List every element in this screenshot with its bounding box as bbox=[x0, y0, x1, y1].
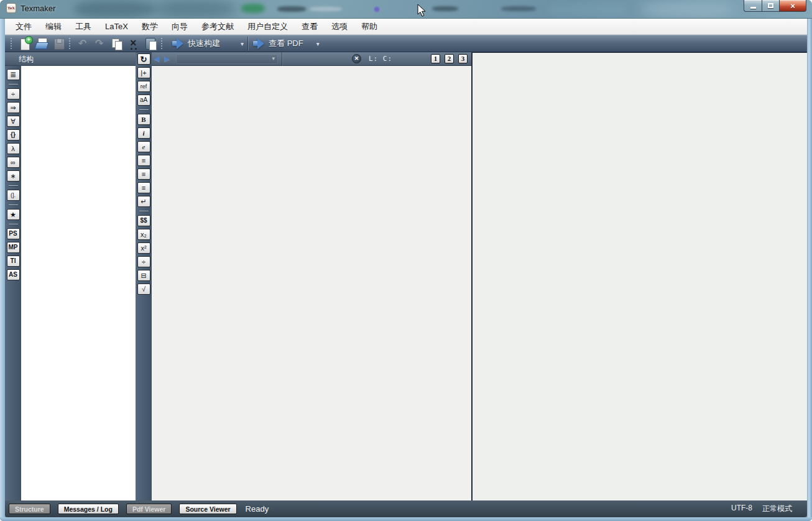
statusbar: StructureMessages / LogPdf ViewerSource … bbox=[5, 500, 807, 517]
bold-icon[interactable]: B bbox=[137, 114, 150, 125]
forall-symbols-icon[interactable]: ∀ bbox=[7, 116, 20, 127]
menu-item-0[interactable]: 文件 bbox=[9, 19, 39, 34]
app-icon[interactable]: TeX bbox=[6, 3, 16, 13]
structure-panel-header: 结构 bbox=[5, 52, 136, 66]
frac-icon[interactable]: ÷ bbox=[137, 256, 150, 267]
menu-item-1[interactable]: 编辑 bbox=[39, 19, 68, 34]
menu-item-3[interactable]: LaTeX bbox=[98, 19, 135, 34]
cut-button[interactable] bbox=[126, 36, 142, 52]
delimiters-icon[interactable]: (]. bbox=[7, 190, 20, 201]
structure-list-icon[interactable]: ≣ bbox=[7, 69, 20, 80]
editor-navbar: ◀ ▶ ▾ ✕ L: C: 123 bbox=[152, 52, 471, 66]
pdf-viewer-toggle-button[interactable]: Pdf Viewer bbox=[126, 504, 172, 514]
paste-button[interactable] bbox=[142, 36, 159, 52]
quick-build-button[interactable]: 快速构建 ▾ bbox=[172, 35, 244, 52]
toolbar-separator bbox=[9, 84, 18, 85]
structure-tree[interactable] bbox=[21, 66, 136, 500]
next-document-button[interactable]: ▶ bbox=[162, 55, 172, 63]
chevron-down-icon[interactable]: ▾ bbox=[316, 40, 320, 47]
superscript-icon[interactable]: x² bbox=[137, 242, 150, 254]
asymptote-tab-icon[interactable]: AS bbox=[7, 269, 20, 280]
source-viewer-toggle-button[interactable]: Source Viewer bbox=[179, 504, 236, 514]
window-border-bottom[interactable] bbox=[0, 517, 812, 521]
mode-indicator: 正常模式 bbox=[762, 504, 792, 514]
asterisk-symbols-icon[interactable]: ∗ bbox=[7, 170, 20, 182]
new-file-button[interactable] bbox=[17, 36, 34, 52]
window-border-left[interactable] bbox=[0, 19, 5, 517]
glass-reflection bbox=[432, 6, 458, 11]
menu-item-10[interactable]: 帮助 bbox=[354, 19, 384, 34]
braces-symbols-icon[interactable]: {} bbox=[7, 129, 20, 141]
tag-button-3[interactable]: 3 bbox=[458, 54, 468, 63]
menu-item-9[interactable]: 选项 bbox=[325, 19, 354, 34]
minimize-icon bbox=[750, 7, 756, 9]
subscript-icon[interactable]: x₂ bbox=[137, 229, 150, 240]
structure-toggle-button[interactable]: Structure bbox=[9, 504, 50, 514]
save-file-button[interactable] bbox=[50, 36, 67, 52]
arrow-symbols-icon[interactable]: ⇒ bbox=[7, 102, 20, 113]
divide-symbols-icon[interactable]: ÷ bbox=[7, 88, 20, 99]
main-area: 结构 ≣÷⇒∀{}λ∞∗(].★PSMPTIAS ↻ |+refaABie≡≡≡… bbox=[5, 52, 807, 500]
menu-item-2[interactable]: 工具 bbox=[68, 19, 98, 34]
undo-button[interactable] bbox=[75, 36, 92, 52]
toolbar-separator bbox=[247, 37, 248, 50]
toolbar-grip bbox=[69, 38, 73, 49]
window-border-right[interactable] bbox=[807, 19, 812, 517]
toolbar-grip bbox=[11, 38, 15, 49]
tikz-tab-icon[interactable]: TI bbox=[7, 256, 20, 267]
encoding-indicator: UTF-8 bbox=[731, 504, 752, 514]
toolbar: 快速构建 ▾ 查看 PDF ▾ bbox=[5, 35, 807, 52]
glass-reflection bbox=[501, 6, 536, 11]
tag-button-1[interactable]: 1 bbox=[431, 54, 440, 63]
open-files-dropdown[interactable]: ▾ bbox=[176, 54, 278, 64]
glass-reflection bbox=[75, 1, 155, 17]
pdf-viewer-pane[interactable] bbox=[473, 52, 807, 500]
close-button[interactable]: × bbox=[780, 0, 806, 12]
editor-area[interactable] bbox=[152, 66, 471, 500]
editor-pane: ◀ ▶ ▾ ✕ L: C: 123 bbox=[152, 52, 471, 500]
tag-button-2[interactable]: 2 bbox=[445, 54, 454, 63]
menu-item-5[interactable]: 向导 bbox=[165, 19, 195, 34]
figure-symbols-icon[interactable]: ★ bbox=[7, 209, 20, 220]
greek-symbols-icon[interactable]: λ bbox=[7, 143, 20, 154]
menu-item-8[interactable]: 查看 bbox=[295, 19, 325, 34]
toolbar-separator bbox=[139, 211, 149, 211]
previous-document-button[interactable]: ◀ bbox=[152, 55, 162, 63]
copy-button[interactable] bbox=[109, 36, 126, 52]
italic-icon[interactable]: i bbox=[137, 127, 150, 139]
toolbar-separator bbox=[9, 185, 18, 186]
font-size-icon[interactable]: aA bbox=[137, 95, 150, 106]
sqrt-icon[interactable]: √ bbox=[137, 284, 150, 295]
maximize-button[interactable] bbox=[762, 0, 780, 12]
dfrac-icon[interactable]: ⊟ bbox=[137, 270, 150, 281]
refresh-button[interactable]: ↻ bbox=[137, 53, 150, 65]
line-column-indicator: L: C: bbox=[369, 55, 392, 63]
newline-icon[interactable]: ↵ bbox=[137, 196, 150, 207]
glass-reflection bbox=[241, 4, 265, 13]
redo-button[interactable] bbox=[92, 36, 109, 52]
messages-log-toggle-button[interactable]: Messages / Log bbox=[58, 504, 119, 514]
menu-item-4[interactable]: 数学 bbox=[135, 19, 165, 34]
minimize-button[interactable] bbox=[744, 0, 762, 12]
menu-item-6[interactable]: 参考文献 bbox=[195, 19, 241, 34]
stop-button[interactable]: ✕ bbox=[352, 54, 361, 63]
inline-math-icon[interactable]: $$ bbox=[137, 215, 150, 226]
view-pdf-button[interactable]: 查看 PDF ▾ bbox=[253, 35, 320, 52]
glass-reflection bbox=[547, 2, 628, 17]
menu-item-7[interactable]: 用户自定义 bbox=[241, 19, 295, 34]
infinity-symbols-icon[interactable]: ∞ bbox=[7, 157, 20, 168]
open-file-button[interactable] bbox=[34, 36, 50, 52]
quick-build-label: 快速构建 bbox=[188, 38, 220, 49]
toolbar-grip bbox=[161, 38, 165, 49]
pstricks-tab-icon[interactable]: PS bbox=[7, 228, 20, 239]
align-center-icon[interactable]: ≡ bbox=[137, 168, 150, 180]
align-left-icon[interactable]: ≡ bbox=[137, 155, 150, 166]
titlebar[interactable]: TeX Texmaker × bbox=[0, 0, 812, 19]
emphasis-icon[interactable]: e bbox=[137, 141, 150, 152]
glass-reflection bbox=[374, 7, 379, 12]
chevron-down-icon[interactable]: ▾ bbox=[241, 40, 244, 47]
insert-item-icon[interactable]: |+ bbox=[137, 67, 150, 78]
metapost-tab-icon[interactable]: MP bbox=[7, 242, 20, 253]
align-right-icon[interactable]: ≡ bbox=[137, 182, 150, 193]
ref-icon[interactable]: ref bbox=[137, 81, 150, 92]
